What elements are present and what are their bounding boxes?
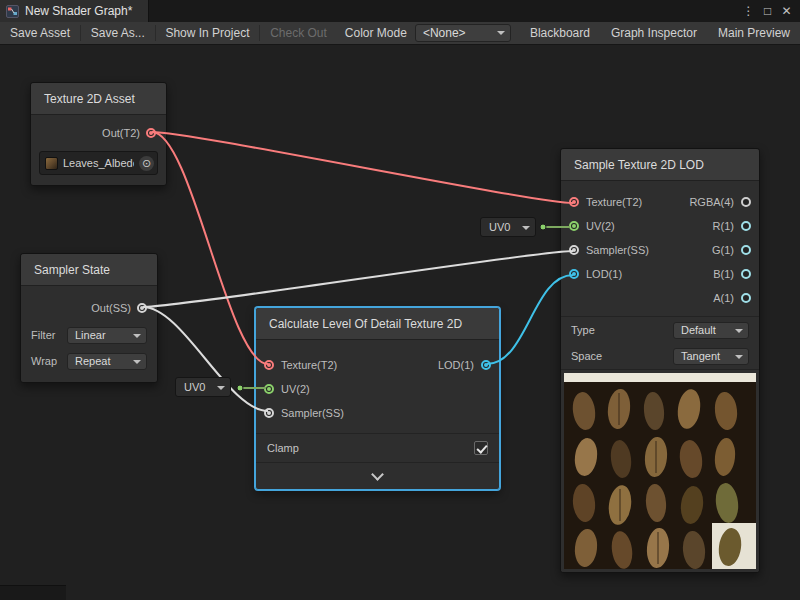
node-title[interactable]: Calculate Level Of Detail Texture 2D: [256, 308, 499, 340]
input-row-lod: LOD(1): [569, 262, 649, 286]
clamp-label: Clamp: [267, 442, 299, 454]
port-out-t2[interactable]: [146, 128, 156, 138]
show-in-project-button[interactable]: Show In Project: [155, 22, 259, 44]
port-out-g[interactable]: [741, 245, 751, 255]
port-in-uv[interactable]: [264, 384, 274, 394]
port-out-r[interactable]: [741, 221, 751, 231]
graph-inspector-toggle[interactable]: Graph Inspector: [601, 26, 707, 40]
filter-label: Filter: [31, 329, 61, 341]
input-column: Texture(T2) UV(2) Sampler(SS): [264, 353, 344, 425]
uv-default-dot: [237, 385, 243, 391]
node-title[interactable]: Sampler State: [21, 254, 157, 286]
clamp-checkbox[interactable]: [474, 441, 488, 455]
color-mode-dropdown[interactable]: <None>: [415, 24, 511, 42]
filter-value: Linear: [75, 329, 106, 341]
graph-canvas[interactable]: Texture 2D Asset Out(T2) Leaves_Albedo ⊙…: [0, 45, 800, 600]
node-preview: [561, 370, 759, 572]
wrap-label: Wrap: [31, 355, 61, 367]
wrap-value: Repeat: [75, 355, 110, 367]
port-label: UV(2): [586, 220, 615, 232]
clamp-row: Clamp: [256, 434, 499, 462]
port-label: Texture(T2): [586, 196, 642, 208]
port-label: B(1): [713, 268, 734, 280]
type-dropdown[interactable]: Default: [673, 322, 749, 339]
node-calculate-lod-texture-2d[interactable]: Calculate Level Of Detail Texture 2D Tex…: [255, 307, 500, 490]
port-in-uv[interactable]: [569, 221, 579, 231]
edge-texture-to-calc-lod: [152, 132, 268, 364]
menu-kebab-icon[interactable]: ⋮: [739, 0, 758, 22]
input-row-texture: Texture(T2): [569, 190, 649, 214]
close-icon[interactable]: ✕: [777, 0, 796, 22]
node-title[interactable]: Sample Texture 2D LOD: [561, 149, 759, 181]
color-mode-value: <None>: [423, 26, 466, 40]
port-label: Texture(T2): [281, 359, 337, 371]
wrap-dropdown[interactable]: Repeat: [67, 353, 147, 370]
node-texture-2d-asset[interactable]: Texture 2D Asset Out(T2) Leaves_Albedo ⊙: [30, 82, 167, 186]
port-in-lod[interactable]: [569, 269, 579, 279]
node-sample-texture-2d-lod[interactable]: Sample Texture 2D LOD Texture(T2) UV(2) …: [560, 148, 760, 573]
edge-texture-to-sample-lod: [152, 132, 573, 203]
filter-row: Filter Linear: [21, 322, 157, 348]
output-row-out-t2: Out(T2): [31, 119, 166, 147]
uv-channel-dropdown[interactable]: UV0: [480, 217, 536, 237]
input-column: Texture(T2) UV(2) Sampler(SS) LOD(1): [569, 190, 649, 310]
output-column: LOD(1): [438, 353, 491, 425]
port-label: Out(T2): [102, 127, 140, 139]
node-title[interactable]: Texture 2D Asset: [31, 83, 166, 115]
port-in-sampler[interactable]: [569, 245, 579, 255]
toolbar-right-group: Color Mode <None> Blackboard Graph Inspe…: [337, 22, 800, 44]
tab-new-shader-graph[interactable]: New Shader Graph*: [0, 0, 149, 22]
space-dropdown[interactable]: Tangent: [673, 348, 749, 365]
output-row-a: A(1): [689, 286, 751, 310]
input-row-sampler: Sampler(SS): [264, 401, 344, 425]
port-in-sampler[interactable]: [264, 408, 274, 418]
port-label: LOD(1): [586, 268, 622, 280]
port-out-b[interactable]: [741, 269, 751, 279]
output-row-lod: LOD(1): [438, 353, 491, 377]
filter-dropdown[interactable]: Linear: [67, 327, 147, 344]
port-area: Texture(T2) UV(2) Sampler(SS) LOD(1) RGB…: [561, 181, 759, 316]
tab-title: New Shader Graph*: [25, 4, 132, 18]
check-out-button[interactable]: Check Out: [260, 22, 337, 44]
texture-thumbnail-icon: [45, 157, 58, 170]
port-area: Texture(T2) UV(2) Sampler(SS) LOD(1): [256, 340, 499, 433]
port-in-texture[interactable]: [264, 360, 274, 370]
output-row-out-ss: Out(SS): [21, 294, 157, 322]
port-label: G(1): [712, 244, 734, 256]
blackboard-toggle[interactable]: Blackboard: [520, 26, 600, 40]
type-value: Default: [681, 324, 716, 336]
type-label: Type: [571, 324, 595, 336]
object-picker-icon[interactable]: ⊙: [139, 156, 154, 171]
input-row-uv: UV(2): [569, 214, 649, 238]
save-as-button[interactable]: Save As...: [81, 22, 155, 44]
texture-asset-name: Leaves_Albedo: [63, 157, 134, 169]
space-row: Space Tangent: [561, 343, 759, 369]
node-sampler-state[interactable]: Sampler State Out(SS) Filter Linear Wrap…: [20, 253, 158, 383]
dock-tab-sliver[interactable]: [0, 585, 66, 600]
shader-graph-icon: [6, 5, 19, 18]
main-preview-toggle[interactable]: Main Preview: [708, 26, 800, 40]
uv-default-dot: [540, 224, 546, 230]
tab-bar: New Shader Graph* ⋮ □ ✕: [0, 0, 800, 22]
uv-channel-dropdown[interactable]: UV0: [175, 377, 231, 397]
preview-image: [564, 373, 756, 569]
chevron-down-icon: [371, 468, 384, 481]
port-out-a[interactable]: [741, 293, 751, 303]
port-label: Sampler(SS): [281, 407, 344, 419]
uv-channel-value: UV0: [184, 381, 205, 393]
port-label: R(1): [713, 220, 734, 232]
window-controls: ⋮ □ ✕: [739, 0, 800, 22]
texture-object-field[interactable]: Leaves_Albedo ⊙: [39, 151, 158, 175]
port-out-lod[interactable]: [481, 360, 491, 370]
space-value: Tangent: [681, 350, 720, 362]
port-out-ss[interactable]: [137, 303, 147, 313]
output-row-r: R(1): [689, 214, 751, 238]
collapse-chevron-button[interactable]: [256, 463, 499, 489]
port-in-texture[interactable]: [569, 197, 579, 207]
space-label: Space: [571, 350, 602, 362]
save-asset-button[interactable]: Save Asset: [0, 22, 80, 44]
port-label: UV(2): [281, 383, 310, 395]
port-out-rgba[interactable]: [741, 197, 751, 207]
maximize-icon[interactable]: □: [758, 0, 777, 22]
port-label: RGBA(4): [689, 196, 734, 208]
